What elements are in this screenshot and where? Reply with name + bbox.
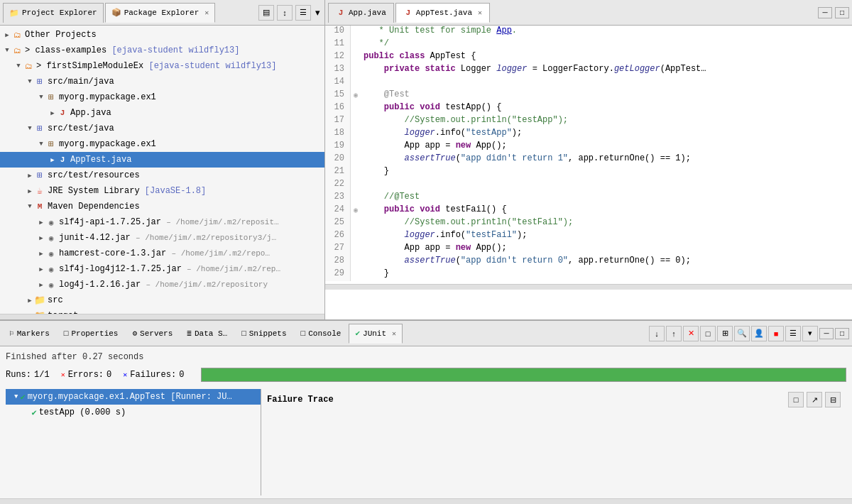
apptest-java-tab-close[interactable]: ✕ <box>478 9 482 17</box>
tab-junit[interactable]: ✔ JUnit ✕ <box>349 324 403 344</box>
junit-toolbar-btn5[interactable]: ⊞ <box>717 326 733 341</box>
line-num-15: 15 <box>325 89 351 102</box>
junit-failures: ✕ Failures: 0 <box>123 370 184 380</box>
src-icon: 📁 <box>34 295 45 306</box>
tree-item-maven-deps[interactable]: ▼ M Maven Dependencies <box>0 199 324 214</box>
junit-tab-icon: ✔ <box>355 329 360 338</box>
code-line-27: 27 App app = new App(); <box>325 243 852 256</box>
tree-item-hamcrest[interactable]: ▶ ◉ hamcrest-core-1.3.jar – /home/jim/.m… <box>0 246 324 261</box>
code-content: 10 * Unit test for simple App. 11 */ 12 … <box>325 26 852 281</box>
failure-trace-btn3[interactable]: ⊟ <box>825 392 841 407</box>
tab-package-explorer-close[interactable]: ✕ <box>204 9 209 17</box>
tab-markers[interactable]: ⚐ Markers <box>3 324 56 344</box>
panel-dropdown-button[interactable]: ▾ <box>314 6 322 19</box>
other-projects-arrow: ▶ <box>3 31 11 39</box>
tree-item-class-examples[interactable]: ▼ 🗂 > class-examples [ejava-student wild… <box>0 43 324 58</box>
tab-properties[interactable]: □ Properties <box>58 324 125 344</box>
data-source-tab-label: Data S… <box>195 329 227 338</box>
tab-servers[interactable]: ⚙ Servers <box>126 324 179 344</box>
code-line-21: 21 } <box>325 166 852 179</box>
tree-item-myorg-ex1-test[interactable]: ▼ ⊞ myorg.mypackage.ex1 <box>0 136 324 152</box>
apptest-java-icon: J <box>57 154 68 165</box>
tree-item-slf4j-api[interactable]: ▶ ◉ slf4j-api-1.7.25.jar – /home/jim/.m2… <box>0 214 324 230</box>
code-line-12: 12 public class AppTest { <box>325 51 852 64</box>
junit-toolbar-btn6[interactable]: 🔍 <box>734 326 750 341</box>
line-marker-18 <box>351 128 361 141</box>
tree-item-other-projects[interactable]: ▶ 🗂 Other Projects <box>0 27 324 43</box>
apptest-java-tab-label: AppTest.java <box>416 9 472 17</box>
tree-item-slf4j-log4j[interactable]: ▶ ◉ slf4j-log4j12-1.7.25.jar – /home/jim… <box>0 261 324 277</box>
junit-toolbar-btn3[interactable]: ✕ <box>683 326 699 341</box>
editor-horizontal-scrollbar[interactable] <box>325 284 852 290</box>
tree-item-src[interactable]: ▶ 📁 src <box>0 292 324 308</box>
tree-item-target[interactable]: ▶ 📁 target <box>0 308 324 314</box>
tree-item-log4j[interactable]: ▶ ◉ log4j-1.2.16.jar – /home/jim/.m2/rep… <box>0 277 324 292</box>
link-editor-button[interactable]: ↕ <box>277 5 293 21</box>
tab-apptest-java[interactable]: J AppTest.java ✕ <box>395 3 490 23</box>
tab-package-explorer-label: Package Explorer <box>124 9 200 17</box>
myorg-ex1-test-label: myorg.mypackage.ex1 <box>59 139 156 149</box>
bottom-maximize-button[interactable]: □ <box>835 328 849 339</box>
failure-trace-btn2[interactable]: ↗ <box>807 392 822 407</box>
junit-tab-close[interactable]: ✕ <box>392 329 396 338</box>
left-tab-bar: 📁 Project Explorer 📦 Package Explorer ✕ … <box>0 0 324 26</box>
src-test-resources-icon: ⊞ <box>34 170 45 181</box>
bottom-scrollbar[interactable] <box>0 498 852 504</box>
failure-trace-btn1[interactable]: □ <box>788 392 804 407</box>
tab-package-explorer[interactable]: 📦 Package Explorer ✕ <box>105 3 216 23</box>
line-code-20: assertTrue("app didn't return 1", app.re… <box>361 153 852 166</box>
other-projects-label: Other Projects <box>25 30 97 40</box>
left-scrollbar[interactable] <box>0 314 324 319</box>
code-line-16: 16 public void testApp() { <box>325 102 852 115</box>
junit-toolbar-btn4[interactable]: □ <box>700 326 716 341</box>
tree-item-myorg-ex1-main[interactable]: ▼ ⊞ myorg.mypackage.ex1 <box>0 89 324 105</box>
collapse-all-button[interactable]: ▤ <box>258 5 274 21</box>
src-test-java-arrow: ▼ <box>26 125 34 132</box>
tree-item-firstSimpleModuleEx[interactable]: ▼ 🗂 > firstSimpleModuleEx [ejava-student… <box>0 58 324 74</box>
line-marker-20 <box>351 153 361 166</box>
tree-item-src-main-java[interactable]: ▼ ⊞ src/main/java <box>0 74 324 89</box>
log4j-icon: ◉ <box>45 279 57 290</box>
junit-tree-item-suite[interactable]: ▼ ✔ myorg.mypackage.ex1.AppTest [Runner:… <box>6 389 261 405</box>
failures-icon: ✕ <box>123 371 127 379</box>
view-menu-button[interactable]: ☰ <box>295 5 311 21</box>
line-marker-19 <box>351 141 361 153</box>
line-num-16: 16 <box>325 102 351 115</box>
myorg-ex1-main-arrow: ▼ <box>37 94 45 101</box>
tree-item-src-test-java[interactable]: ▼ ⊞ src/test/java <box>0 121 324 136</box>
maven-deps-arrow: ▼ <box>26 203 34 210</box>
app-java-icon: J <box>57 107 68 119</box>
apptest-java-arrow: ▶ <box>48 156 57 164</box>
code-line-26: 26 logger.info("testFail"); <box>325 230 852 243</box>
tree-item-apptest-java[interactable]: ▶ J AppTest.java <box>0 152 324 168</box>
tab-app-java[interactable]: J App.java <box>328 3 394 23</box>
tab-console[interactable]: □ Console <box>295 324 348 344</box>
tab-project-explorer[interactable]: 📁 Project Explorer <box>3 3 104 23</box>
tree-item-jre-system[interactable]: ▶ ☕ JRE System Library [JavaSE-1.8] <box>0 183 324 199</box>
slf4j-api-label: slf4j-api-1.7.25.jar – /home/jim/.m2/rep… <box>59 217 279 227</box>
tree-item-junit-412[interactable]: ▶ ◉ junit-4.12.jar – /home/jim/.m2/repos… <box>0 230 324 246</box>
editor-minimize-button[interactable]: ─ <box>818 7 832 18</box>
tree-item-src-test-resources[interactable]: ▶ ⊞ src/test/resources <box>0 168 324 183</box>
code-line-18: 18 logger.info("testApp"); <box>325 128 852 141</box>
code-editor[interactable]: 10 * Unit test for simple App. 11 */ 12 … <box>325 26 852 319</box>
slf4j-log4j-icon: ◉ <box>45 263 57 275</box>
log4j-arrow: ▶ <box>37 281 45 289</box>
junit-tree-item-testapp[interactable]: ▶ ✔ testApp (0.000 s) <box>6 405 261 420</box>
line-code-25: //System.out.println("testFail"); <box>361 217 852 230</box>
maven-deps-label: Maven Dependencies <box>48 202 140 212</box>
line-code-28: assertTrue("app didn't return 0", app.re… <box>361 256 852 268</box>
junit-toolbar-btn7[interactable]: 👤 <box>751 326 767 341</box>
bottom-minimize-button[interactable]: ─ <box>819 328 834 339</box>
tree-item-app-java[interactable]: ▶ J App.java <box>0 105 324 121</box>
junit-toolbar-btn8[interactable]: ■ <box>768 326 784 341</box>
tab-data-source[interactable]: ≣ Data S… <box>180 324 234 344</box>
junit-toolbar-btn2[interactable]: ↑ <box>666 326 682 341</box>
junit-toolbar-btn9[interactable]: ☰ <box>785 326 801 341</box>
line-marker-27 <box>351 243 361 256</box>
junit-toolbar-dropdown[interactable]: ▾ <box>802 326 818 341</box>
junit-toolbar-btn1[interactable]: ↓ <box>649 326 665 341</box>
editor-maximize-button[interactable]: □ <box>835 7 849 18</box>
markers-tab-icon: ⚐ <box>9 329 14 338</box>
tab-snippets[interactable]: □ Snippets <box>235 324 293 344</box>
